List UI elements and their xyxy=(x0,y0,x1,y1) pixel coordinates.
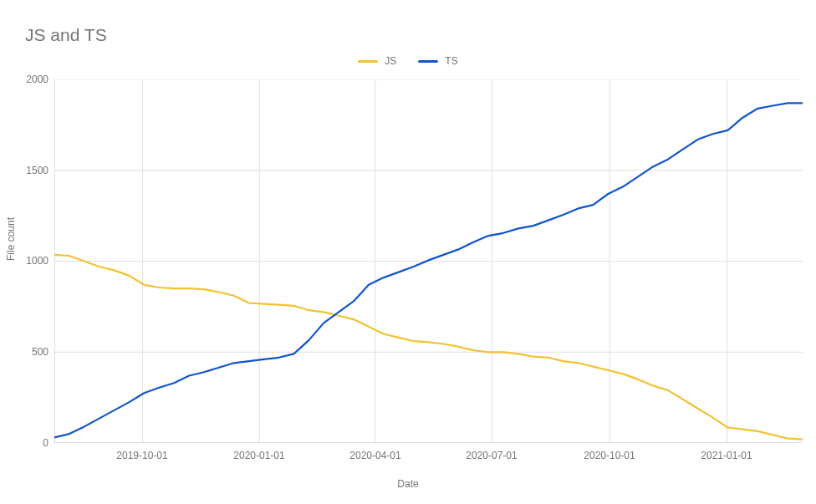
chart-title: JS and TS xyxy=(25,25,107,45)
y-tick-1500: 1500 xyxy=(15,165,48,176)
series-ts xyxy=(54,103,803,437)
legend-label-ts: TS xyxy=(445,55,457,67)
y-tick-1000: 1000 xyxy=(15,255,48,267)
legend-swatch-js xyxy=(358,60,378,63)
x-tick-0: 2019-10-01 xyxy=(116,450,167,461)
legend-item-ts: TS xyxy=(418,55,457,67)
plot-area xyxy=(54,79,803,443)
x-tick-5: 2021-01-01 xyxy=(701,450,752,461)
chart-root: JS and TS JS TS File count Date 0 500 10… xyxy=(0,0,816,504)
x-axis-title: Date xyxy=(0,478,816,490)
legend-item-js: JS xyxy=(358,55,396,67)
legend: JS TS xyxy=(0,55,816,67)
x-tick-4: 2020-10-01 xyxy=(584,450,635,461)
legend-swatch-ts xyxy=(418,60,438,63)
x-tick-1: 2020-01-01 xyxy=(233,450,284,461)
y-tick-500: 500 xyxy=(15,346,48,358)
y-tick-2000: 2000 xyxy=(15,74,48,85)
plot-svg xyxy=(54,79,803,443)
series-js xyxy=(54,255,803,440)
x-tick-3: 2020-07-01 xyxy=(466,450,517,461)
y-tick-0: 0 xyxy=(15,437,48,449)
series-group xyxy=(54,103,803,439)
x-tick-2: 2020-04-01 xyxy=(349,450,400,461)
legend-label-js: JS xyxy=(385,55,396,67)
